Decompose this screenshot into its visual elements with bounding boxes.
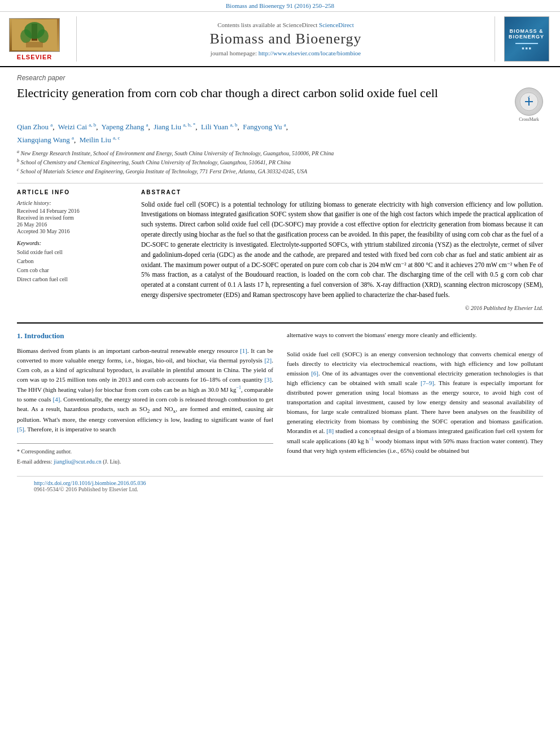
email-link[interactable]: jiangliu@scut.edu.cn xyxy=(54,458,102,465)
history-received: Received 14 February 2016 xyxy=(17,208,130,214)
journal-title: Biomass and Bioenergy xyxy=(210,30,362,47)
journal-homepage: journal homepage: http://www.elsevier.co… xyxy=(211,50,361,56)
keyword-2: Carbon xyxy=(17,257,130,266)
affiliation-b: b School of Chemistry and Chemical Engin… xyxy=(17,158,543,167)
article-history: Article history: Received 14 February 20… xyxy=(17,200,130,234)
article-info-column: ARTICLE INFO Article history: Received 1… xyxy=(17,189,130,311)
body-columns: 1. Introduction Biomass derived from pla… xyxy=(17,330,543,468)
journal-logo-line1: BIOMASS & xyxy=(509,28,543,34)
section-title: Introduction xyxy=(24,331,64,340)
copyright-line: © 2016 Published by Elsevier Ltd. xyxy=(141,305,543,311)
footnotes: * Corresponding author. E-mail address: … xyxy=(17,443,273,466)
intro-heading: 1. Introduction xyxy=(17,330,273,342)
keywords-list: Solid oxide fuel cell Carbon Corn cob ch… xyxy=(17,248,130,284)
issn-text: 0961-9534/© 2016 Published by Elsevier L… xyxy=(34,486,138,492)
intro-right-text: alternative ways to convert the biomass'… xyxy=(287,330,543,456)
authors-line: Qian Zhou a, Weizi Cai a, b, Yapeng Zhan… xyxy=(17,122,543,132)
journal-header: ELSEVIER Contents lists available at Sci… xyxy=(0,12,560,67)
homepage-link[interactable]: http://www.elsevier.com/locate/biombioe xyxy=(259,50,361,56)
elsevier-logo-image xyxy=(9,18,60,52)
elsevier-text: ELSEVIER xyxy=(17,54,52,60)
keyword-1: Solid oxide fuel cell xyxy=(17,248,130,257)
intro-left-text: Biomass derived from plants is an import… xyxy=(17,346,273,434)
divider xyxy=(17,183,543,184)
crossmark-badge: ✓ xyxy=(515,88,543,116)
elsevier-logo: ELSEVIER xyxy=(9,18,60,60)
affiliation-c: c School of Materials Science and Engine… xyxy=(17,167,543,176)
sciencedirect-link[interactable]: ScienceDirect xyxy=(319,21,354,28)
journal-logo-line2: BIOENERGY xyxy=(509,34,544,40)
citation-text: Biomass and Bioenergy 91 (2016) 250–258 xyxy=(226,2,334,9)
body-right-column: alternative ways to convert the biomass'… xyxy=(287,330,543,468)
top-citation-bar: Biomass and Bioenergy 91 (2016) 250–258 xyxy=(0,0,560,12)
svg-point-3 xyxy=(20,29,32,43)
journal-logo: BIOMASS & BIOENERGY ■ ■ ■ xyxy=(504,16,549,62)
svg-rect-5 xyxy=(26,42,43,47)
article-meta-section: ARTICLE INFO Article history: Received 1… xyxy=(17,189,543,311)
crossmark-text: CrossMark xyxy=(515,117,543,122)
body-left-column: 1. Introduction Biomass derived from pla… xyxy=(17,330,273,468)
keywords-label: Keywords: xyxy=(17,240,130,246)
authors-line-2: Xiangqiang Wang a, Meilin Liu a, c xyxy=(17,135,543,145)
footnote-corresponding: * Corresponding author. xyxy=(17,447,273,456)
journal-logo-area: BIOMASS & BIOENERGY ■ ■ ■ xyxy=(495,16,551,62)
journal-header-center: Contents lists available at ScienceDirec… xyxy=(77,16,495,62)
affiliations: a New Energy Research Institute, School … xyxy=(17,148,543,176)
article-info-heading: ARTICLE INFO xyxy=(17,189,130,195)
keyword-3: Corn cob char xyxy=(17,266,130,275)
bottom-bar: http://dx.doi.org/10.1016/j.biombioe.201… xyxy=(17,476,543,496)
svg-point-4 xyxy=(37,29,49,43)
doi-link[interactable]: http://dx.doi.org/10.1016/j.biombioe.201… xyxy=(34,480,146,486)
article-type: Research paper xyxy=(17,74,543,82)
sciencedirect-text: Contents lists available at ScienceDirec… xyxy=(217,21,354,28)
elsevier-logo-area: ELSEVIER xyxy=(9,16,77,62)
affiliation-a: a New Energy Research Institute, School … xyxy=(17,148,543,158)
abstract-heading: ABSTRACT xyxy=(141,189,543,195)
history-accepted: Accepted 30 May 2016 xyxy=(17,228,130,234)
abstract-column: ABSTRACT Solid oxide fuel cell (SOFC) is… xyxy=(141,189,543,311)
introduction-section: 1. Introduction Biomass derived from pla… xyxy=(17,322,543,468)
history-label: Article history: xyxy=(17,200,130,206)
keywords-section: Keywords: Solid oxide fuel cell Carbon C… xyxy=(17,240,130,284)
history-revised-date: 26 May 2016 xyxy=(17,221,130,228)
article-content: Research paper Electricity generation fr… xyxy=(0,67,560,503)
keyword-4: Direct carbon fuel cell xyxy=(17,275,130,284)
abstract-text: Solid oxide fuel cell (SOFC) is a potent… xyxy=(141,200,543,300)
section-number: 1. xyxy=(17,331,24,340)
history-revised-label: Received in revised form xyxy=(17,215,130,221)
crossmark-area: ✓ CrossMark xyxy=(515,88,543,122)
footnote-email: E-mail address: jiangliu@scut.edu.cn (J.… xyxy=(17,457,273,466)
article-title: Electricity generation from corn cob cha… xyxy=(17,85,438,102)
